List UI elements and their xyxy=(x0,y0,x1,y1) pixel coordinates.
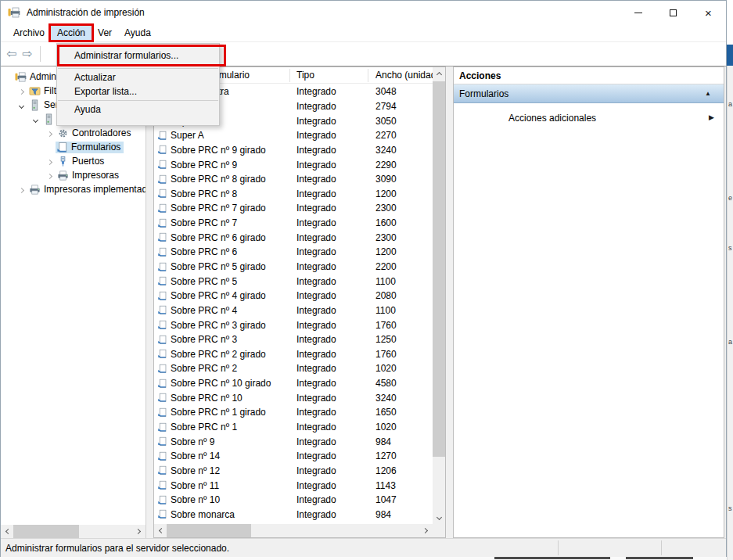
form-width-cell: 984 xyxy=(375,509,433,520)
forward-icon[interactable]: ⇨ xyxy=(22,48,32,60)
form-type-cell: Integrado xyxy=(296,509,375,520)
form-icon xyxy=(157,247,167,257)
forms-list: Tabloide extraIntegrado3048TabloideInteg… xyxy=(154,84,433,524)
column-header-width[interactable]: Ancho (unidades métricas) xyxy=(375,70,433,81)
menu-ayuda[interactable]: Ayuda xyxy=(118,24,157,41)
form-name-cell: Sobre PRC nº 4 xyxy=(171,305,296,316)
form-type-cell: Integrado xyxy=(296,174,375,185)
form-row-sobre-prc-n-2-girado[interactable]: Sobre PRC nº 2 giradoIntegrado1760 xyxy=(154,347,433,362)
action-item-acciones-adicionales[interactable]: Acciones adicionales ▶ xyxy=(454,113,724,124)
tree-chevron-expanded[interactable] xyxy=(18,99,27,110)
tree-chevron-expanded[interactable] xyxy=(32,113,41,124)
collapse-icon[interactable]: ▲ xyxy=(705,90,711,97)
form-icon xyxy=(157,364,167,374)
tree-chevron-collapsed[interactable] xyxy=(18,85,27,96)
form-name-cell: Sobre PRC nº 2 xyxy=(171,363,296,374)
form-row-sobre-n-10[interactable]: Sobre nº 10Integrado1047 xyxy=(154,493,433,508)
form-type-cell: Integrado xyxy=(296,276,375,287)
scroll-up-button[interactable] xyxy=(433,67,445,80)
menu-item-administrar-formularios[interactable]: Administrar formularios... xyxy=(57,45,219,66)
menu-item-exportar-lista[interactable]: Exportar lista... xyxy=(57,84,219,99)
tree-item-impresoras[interactable]: Impresoras xyxy=(1,168,146,182)
form-row-sobre-prc-n-2[interactable]: Sobre PRC nº 2Integrado1020 xyxy=(154,361,433,376)
form-row-sobre-n-9[interactable]: Sobre nº 9Integrado984 xyxy=(154,434,433,449)
list-vertical-scrollbar[interactable] xyxy=(433,67,445,524)
scroll-left-button[interactable] xyxy=(154,524,167,537)
form-row-sobre-monarca[interactable]: Sobre monarcaIntegrado984 xyxy=(154,508,433,522)
form-row-sobre-n-12[interactable]: Sobre nº 12Integrado1206 xyxy=(154,464,433,479)
minimize-button[interactable] xyxy=(620,1,656,24)
form-row-sobre-prc-n-5[interactable]: Sobre PRC nº 5Integrado1100 xyxy=(154,274,433,289)
form-row-sobre-prc-n-3[interactable]: Sobre PRC nº 3Integrado1250 xyxy=(154,332,433,347)
scrollbar-thumb[interactable] xyxy=(433,81,445,457)
form-row-sobre-prc-n-1[interactable]: Sobre PRC nº 1Integrado1020 xyxy=(154,420,433,435)
form-type-cell: Integrado xyxy=(296,188,375,199)
column-separator[interactable] xyxy=(368,69,368,82)
tree-chevron-collapsed[interactable] xyxy=(46,156,56,167)
scrollbar-thumb[interactable] xyxy=(13,525,79,538)
form-name-cell: Sobre PRC nº 5 xyxy=(171,276,296,287)
chevron-right-icon xyxy=(135,529,141,534)
form-row-super-a[interactable]: Super AIntegrado2270 xyxy=(154,128,433,143)
menu-accio-n[interactable]: Acción xyxy=(51,24,92,41)
tree-chevron-collapsed[interactable] xyxy=(46,127,56,138)
form-row-sobre-n-14[interactable]: Sobre nº 14Integrado1270 xyxy=(154,449,433,464)
menu-archivo[interactable]: Archivo xyxy=(7,24,51,41)
action-item-label: Acciones adicionales xyxy=(508,113,596,124)
form-icon xyxy=(157,436,167,447)
form-width-cell: 1270 xyxy=(375,451,433,461)
form-row-sobre-prc-n-10-girado[interactable]: Sobre PRC nº 10 giradoIntegrado4580 xyxy=(154,376,433,391)
chevron-left-icon xyxy=(159,528,164,533)
tree-item-label: Puertos xyxy=(72,156,104,167)
actions-section-formularios[interactable]: Formularios ▲ xyxy=(454,84,724,103)
column-header-type[interactable]: Tipo xyxy=(296,70,366,81)
close-button[interactable]: × xyxy=(691,1,726,24)
menu-item-label: Exportar lista... xyxy=(74,86,137,97)
menu-item-actualizar[interactable]: Actualizar xyxy=(57,70,219,84)
tree-horizontal-scrollbar[interactable] xyxy=(1,525,146,538)
menu-separator xyxy=(58,100,218,101)
scroll-right-button[interactable] xyxy=(132,525,146,538)
form-name-cell: Sobre PRC nº 4 girado xyxy=(171,290,296,301)
menu-item-ayuda[interactable]: Ayuda xyxy=(57,102,219,117)
list-horizontal-scrollbar[interactable] xyxy=(154,524,433,537)
scroll-down-button[interactable] xyxy=(433,512,445,524)
form-row-sobre-prc-n-1-girado[interactable]: Sobre PRC nº 1 giradoIntegrado1650 xyxy=(154,405,433,420)
form-row-sobre-prc-n-7[interactable]: Sobre PRC nº 7Integrado1600 xyxy=(154,216,433,231)
menu-label: Ayuda xyxy=(124,27,151,38)
back-icon[interactable]: ⇦ xyxy=(6,48,16,60)
submenu-arrow-icon: ▶ xyxy=(709,113,714,121)
form-row-sobre-prc-n-7-girado[interactable]: Sobre PRC nº 7 giradoIntegrado2300 xyxy=(154,201,433,216)
form-row-sobre-prc-n-3-girado[interactable]: Sobre PRC nº 3 giradoIntegrado1760 xyxy=(154,318,433,332)
menu-ver[interactable]: Ver xyxy=(92,24,118,41)
column-separator[interactable] xyxy=(289,69,290,82)
form-row-sobre-prc-n-8-girado[interactable]: Sobre PRC nº 8 giradoIntegrado3090 xyxy=(154,172,433,187)
form-row-sobre-prc-n-5-girado[interactable]: Sobre PRC nº 5 giradoIntegrado2200 xyxy=(154,260,433,275)
form-row-sobre-prc-n-10[interactable]: Sobre PRC nº 10Integrado3240 xyxy=(154,390,433,405)
tree-item-impresoras-implementadas[interactable]: Impresoras implementadas xyxy=(1,182,146,196)
form-row-sobre-prc-n-8[interactable]: Sobre PRC nº 8Integrado1200 xyxy=(154,186,433,201)
form-width-cell: 2300 xyxy=(375,232,433,243)
scroll-left-button[interactable] xyxy=(1,525,14,538)
tree-chevron-collapsed[interactable] xyxy=(18,184,27,195)
tree-item-controladores[interactable]: Controladores xyxy=(1,126,146,140)
form-width-cell: 1650 xyxy=(375,407,433,418)
form-name-cell: Sobre PRC nº 1 girado xyxy=(171,407,296,418)
scroll-right-button[interactable] xyxy=(419,524,433,537)
maximize-button[interactable] xyxy=(656,1,691,24)
scrollbar-thumb[interactable] xyxy=(167,524,251,537)
form-row-sobre-prc-n-9-girado[interactable]: Sobre PRC nº 9 giradoIntegrado3240 xyxy=(154,143,433,158)
form-name-cell: Sobre PRC nº 3 xyxy=(171,334,296,345)
form-row-sobre-prc-n-6-girado[interactable]: Sobre PRC nº 6 giradoIntegrado2300 xyxy=(154,230,433,245)
form-name-cell: Sobre PRC nº 7 xyxy=(171,217,296,228)
form-row-sobre-n-11[interactable]: Sobre nº 11Integrado1143 xyxy=(154,478,433,493)
form-row-sobre-prc-n-9[interactable]: Sobre PRC nº 9Integrado2290 xyxy=(154,157,433,172)
tree-item-puertos[interactable]: Puertos xyxy=(1,154,146,168)
form-row-sobre-prc-n-4-girado[interactable]: Sobre PRC nº 4 giradoIntegrado2080 xyxy=(154,289,433,303)
form-row-sobre-prc-n-4[interactable]: Sobre PRC nº 4Integrado1100 xyxy=(154,303,433,318)
tree-item-formularios[interactable]: Formularios xyxy=(1,140,146,154)
form-row-sobre-prc-n-6[interactable]: Sobre PRC nº 6Integrado1200 xyxy=(154,245,433,260)
tree-chevron-collapsed[interactable] xyxy=(46,170,56,181)
form-icon xyxy=(157,305,167,315)
chevron-icon xyxy=(19,103,24,109)
